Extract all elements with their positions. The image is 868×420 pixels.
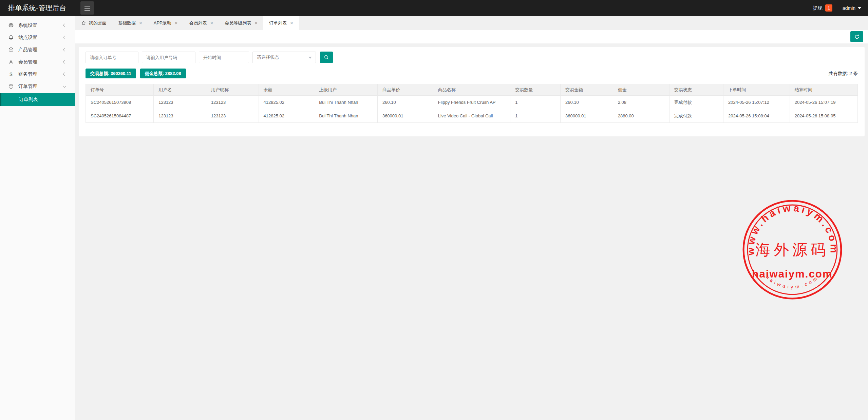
sidebar-item-order-management[interactable]: 订单管理 <box>0 80 75 92</box>
col-quantity: 交易数量 <box>510 84 561 96</box>
app-title: 排单系统-管理后台 <box>8 0 66 16</box>
col-amount: 交易金额 <box>561 84 613 96</box>
sidebar-item-system-settings[interactable]: 系统设置 <box>0 19 75 31</box>
gear-icon <box>8 22 14 28</box>
cell-nickname: 123123 <box>206 96 259 109</box>
chevron-down-icon <box>308 57 312 59</box>
cell-balance: 412825.02 <box>259 109 314 123</box>
sidebar: 系统设置 站点设置 产品管理 会员管理 $ 财务管理 <box>0 16 75 420</box>
tab-app-scroll[interactable]: APP滚动 × <box>148 16 184 30</box>
cell-commission: 2.08 <box>613 96 669 109</box>
status-select[interactable]: 请选择状态 <box>252 52 316 63</box>
start-time-input[interactable] <box>199 52 249 63</box>
sidebar-item-order-list[interactable]: 订单列表 <box>0 93 75 106</box>
table-header-row: 订单号 用户名 用户昵称 余额 上级用户 商品单价 商品名称 交易数量 交易金额… <box>86 84 858 96</box>
col-order-no: 订单号 <box>86 84 154 96</box>
close-icon[interactable]: × <box>290 20 293 25</box>
summary-row: 交易总额: 360260.11 佣金总额: 2882.08 共有数据: 2 条 <box>86 69 858 78</box>
refresh-icon <box>854 34 860 40</box>
chevron-left-icon <box>63 48 67 52</box>
col-balance: 余额 <box>259 84 314 96</box>
cell-quantity: 1 <box>510 109 561 123</box>
search-button[interactable] <box>320 52 333 63</box>
user-no-input[interactable] <box>142 52 195 63</box>
cell-username: 123123 <box>154 109 206 123</box>
cell-product-name: Live Video Call - Global Call <box>433 109 510 123</box>
cell-amount: 360000.01 <box>561 109 613 123</box>
chevron-down-icon <box>63 84 67 88</box>
sidebar-item-label: 站点设置 <box>18 35 37 41</box>
tab-label: 我的桌面 <box>89 20 107 26</box>
trade-total-badge: 交易总额: 360260.11 <box>86 69 136 78</box>
close-icon[interactable]: × <box>175 20 178 25</box>
commission-total-badge: 佣金总额: 2882.08 <box>140 69 186 78</box>
topbar: 排单系统-管理后台 提现 1 admin <box>0 0 868 16</box>
cell-product-name: Flippy Friends Fruit Crush AP <box>433 96 510 109</box>
status-select-placeholder: 请选择状态 <box>257 54 279 60</box>
cell-commission: 2880.00 <box>613 109 669 123</box>
close-icon[interactable]: × <box>210 20 213 25</box>
table-row: SC24052615073808 123123 123123 412825.02… <box>86 96 858 109</box>
cell-order-time: 2024-05-26 15:08:04 <box>723 109 790 123</box>
orders-table: 订单号 用户名 用户昵称 余额 上级用户 商品单价 商品名称 交易数量 交易金额… <box>86 84 858 123</box>
hamburger-menu-icon[interactable] <box>80 1 94 15</box>
col-commission: 佣金 <box>613 84 669 96</box>
chevron-left-icon <box>63 60 67 64</box>
col-settle-time: 结算时间 <box>790 84 857 96</box>
cell-parent-user: Bui Thi Thanh Nhan <box>314 109 378 123</box>
tabbar: 我的桌面 基础数据 × APP滚动 × 会员列表 × 会员等级列表 × 订单列表… <box>75 16 868 30</box>
close-icon[interactable]: × <box>254 20 258 25</box>
user-icon <box>8 59 14 65</box>
cell-order-no: SC24052615073808 <box>86 96 154 109</box>
cube-icon <box>8 47 14 53</box>
sidebar-item-product-management[interactable]: 产品管理 <box>0 44 75 56</box>
tab-basic-data[interactable]: 基础数据 × <box>112 16 148 30</box>
refresh-button[interactable] <box>850 31 863 42</box>
sidebar-item-member-management[interactable]: 会员管理 <box>0 56 75 68</box>
cell-nickname: 123123 <box>206 109 259 123</box>
username: admin <box>843 5 855 11</box>
bell-icon <box>8 35 14 40</box>
col-product-name: 商品名称 <box>433 84 510 96</box>
order-list-panel: 请选择状态 交易总额: 360260.11 佣金总额: 2882.08 共有数据… <box>79 47 865 136</box>
record-count: 共有数据: 2 条 <box>829 71 858 77</box>
tab-member-list[interactable]: 会员列表 × <box>184 16 219 30</box>
cell-amount: 260.10 <box>561 96 613 109</box>
toolbar <box>75 30 868 43</box>
sidebar-item-finance-management[interactable]: $ 财务管理 <box>0 68 75 80</box>
cell-order-no: SC24052615084487 <box>86 109 154 123</box>
close-icon[interactable]: × <box>139 20 142 25</box>
cell-username: 123123 <box>154 96 206 109</box>
withdraw-link[interactable]: 提现 1 <box>813 4 832 12</box>
user-menu[interactable]: admin <box>843 5 861 11</box>
sidebar-item-label: 财务管理 <box>18 71 37 77</box>
tab-desktop[interactable]: 我的桌面 <box>75 16 112 30</box>
cell-parent-user: Bui Thi Thanh Nhan <box>314 96 378 109</box>
sidebar-item-label: 产品管理 <box>18 47 37 53</box>
cube-icon <box>8 83 14 89</box>
chevron-left-icon <box>63 36 67 39</box>
home-icon <box>81 20 86 25</box>
tab-member-level-list[interactable]: 会员等级列表 × <box>219 16 263 30</box>
withdraw-count-badge: 1 <box>825 4 832 12</box>
filter-bar: 请选择状态 <box>86 52 858 63</box>
tab-label: 基础数据 <box>118 20 136 26</box>
tab-order-list[interactable]: 订单列表 × <box>263 16 299 30</box>
col-username: 用户名 <box>154 84 206 96</box>
sidebar-item-site-settings[interactable]: 站点设置 <box>0 32 75 43</box>
cell-order-time: 2024-05-26 15:07:12 <box>723 96 790 109</box>
search-icon <box>324 55 329 60</box>
col-unit-price: 商品单价 <box>377 84 433 96</box>
cell-unit-price: 360000.01 <box>377 109 433 123</box>
sidebar-item-label: 会员管理 <box>18 59 37 65</box>
tab-label: 会员列表 <box>189 20 207 26</box>
cell-status: 完成付款 <box>669 96 723 109</box>
col-parent-user: 上级用户 <box>314 84 378 96</box>
tab-label: APP滚动 <box>154 20 171 26</box>
cell-settle-time: 2024-05-26 15:07:19 <box>790 96 857 109</box>
col-nickname: 用户昵称 <box>206 84 259 96</box>
order-no-input[interactable] <box>86 52 138 63</box>
sidebar-subitem-label: 订单列表 <box>19 97 38 103</box>
chevron-left-icon <box>63 24 67 27</box>
tab-label: 会员等级列表 <box>225 20 251 26</box>
